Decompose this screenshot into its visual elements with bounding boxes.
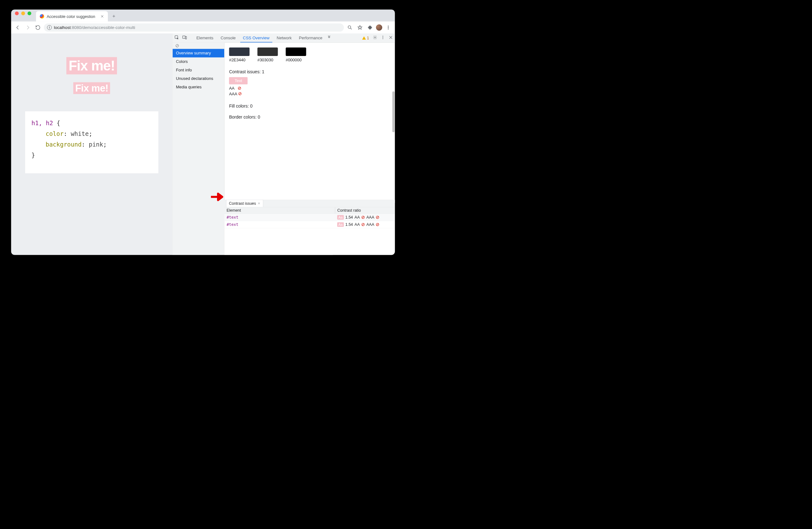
scrollbar[interactable]: [392, 91, 395, 132]
bookmark-star-icon[interactable]: [356, 23, 364, 31]
color-swatch[interactable]: #ABA800: [254, 43, 271, 43]
code-block: h1, h2 { color: white; background: pink;…: [25, 111, 158, 173]
device-toolbar-icon[interactable]: [182, 35, 187, 41]
css-overview-content: #FFFFFF #ABA800 #AD00A1 #4C566A #2E3440 …: [224, 43, 395, 200]
contrast-text-sample[interactable]: Text: [229, 77, 247, 85]
contrast-cell: Aa1.54AAAAA: [335, 221, 395, 228]
tab-performance[interactable]: Performance: [296, 34, 325, 42]
contrast-levels: AA AAA: [229, 86, 390, 97]
swatch-row: #2E3440 #303030 #000000: [229, 47, 390, 62]
browser-window: Accessible color suggestion i localhost:…: [11, 10, 395, 255]
devtools: Elements Console CSS Overview Network Pe…: [172, 34, 395, 255]
warnings-badge[interactable]: 1: [362, 36, 369, 40]
toolbar: i localhost:8080/demo/accessible-color-m…: [11, 22, 395, 34]
chrome-menu-icon[interactable]: [384, 23, 392, 31]
rendered-page: Fix me! Fix me! h1, h2 { color: white; b…: [11, 34, 172, 255]
svg-rect-3: [185, 37, 187, 39]
contrast-issues-table: Element Contrast ratio #textAa1.54AAAAA#…: [224, 207, 395, 228]
browser-tab[interactable]: Accessible color suggestion: [36, 11, 108, 22]
fail-icon: [376, 215, 379, 219]
color-swatch[interactable]: #000000: [286, 47, 306, 62]
site-info-icon[interactable]: i: [47, 25, 52, 30]
svg-point-7: [382, 38, 383, 39]
fail-icon: [361, 215, 365, 219]
svg-point-4: [375, 37, 376, 38]
tab-css-overview[interactable]: CSS Overview: [240, 34, 272, 42]
maximize-window[interactable]: [28, 12, 31, 15]
close-devtools-icon[interactable]: [389, 35, 393, 41]
devtools-tabs: Elements Console CSS Overview Network Pe…: [172, 34, 395, 43]
close-tab-icon[interactable]: [100, 14, 104, 18]
swatch-row: #FFFFFF #ABA800 #AD00A1 #4C566A: [229, 43, 390, 43]
color-swatch[interactable]: #AD00A1: [279, 43, 297, 43]
forward-button[interactable]: [24, 23, 32, 31]
minimize-window[interactable]: [21, 12, 25, 15]
color-swatch[interactable]: #FFFFFF: [229, 43, 246, 43]
element-cell: #text: [224, 214, 335, 221]
svg-rect-2: [183, 36, 185, 38]
tab-network[interactable]: Network: [274, 34, 295, 42]
sidebar-item-font-info[interactable]: Font info: [172, 66, 224, 74]
favicon-icon: [40, 14, 44, 18]
sidebar-item-media-queries[interactable]: Media queries: [172, 83, 224, 91]
svg-point-5: [382, 36, 383, 37]
element-cell: #text: [224, 221, 335, 228]
inspect-icon[interactable]: [174, 35, 179, 41]
sidebar-item-overview-summary[interactable]: Overview summary: [172, 49, 224, 58]
clear-overview-icon[interactable]: [172, 43, 224, 49]
devtools-drawer: Contrast issues Element Contrast ratio #…: [224, 200, 395, 255]
color-swatch[interactable]: #2E3440: [229, 47, 249, 62]
border-colors-title: Border colors: 0: [229, 114, 390, 119]
table-row[interactable]: #textAa1.54AAAAA: [224, 214, 395, 221]
svg-point-6: [382, 37, 383, 38]
zoom-icon[interactable]: [346, 23, 354, 31]
close-window[interactable]: [15, 12, 19, 15]
drawer-tab-contrast-issues[interactable]: Contrast issues: [226, 200, 263, 207]
url: localhost:8080/demo/accessible-color-mul…: [54, 25, 135, 30]
fail-icon: [238, 91, 242, 96]
sidebar-item-unused-declarations[interactable]: Unused declarations: [172, 74, 224, 83]
reload-button[interactable]: [34, 23, 42, 31]
sidebar-item-colors[interactable]: Colors: [172, 57, 224, 66]
color-swatch[interactable]: #303030: [257, 47, 278, 62]
fill-colors-title: Fill colors: 0: [229, 103, 390, 109]
color-sample-icon: Aa: [337, 223, 344, 227]
contrast-cell: Aa1.54AAAAA: [335, 214, 395, 221]
fail-icon: [376, 223, 379, 226]
tab-elements[interactable]: Elements: [193, 34, 216, 42]
extensions-icon[interactable]: [366, 23, 374, 31]
heading-h2: Fix me!: [73, 82, 110, 94]
fail-icon: [361, 223, 365, 226]
svg-point-0: [348, 26, 351, 29]
close-icon[interactable]: [258, 201, 260, 206]
more-tabs-icon[interactable]: [327, 35, 332, 41]
table-row[interactable]: #textAa1.54AAAAA: [224, 221, 395, 228]
devtools-menu-icon[interactable]: [381, 35, 385, 41]
window-controls: [15, 10, 31, 22]
profile-avatar[interactable]: [376, 24, 382, 30]
col-header-contrast-ratio[interactable]: Contrast ratio: [335, 207, 395, 214]
back-button[interactable]: [14, 23, 22, 31]
address-bar[interactable]: i localhost:8080/demo/accessible-color-m…: [44, 23, 344, 31]
contrast-issues-title: Contrast issues: 1: [229, 70, 390, 74]
color-swatch[interactable]: #4C566A: [305, 43, 322, 43]
tab-console[interactable]: Console: [218, 34, 239, 42]
color-sample-icon: Aa: [337, 215, 344, 219]
fail-icon: [238, 86, 241, 90]
heading-h1: Fix me!: [66, 57, 117, 74]
tab-strip: Accessible color suggestion: [11, 10, 395, 22]
annotation-arrow-icon: [210, 191, 224, 204]
col-header-element[interactable]: Element: [224, 207, 335, 214]
new-tab-button[interactable]: [109, 12, 119, 21]
settings-icon[interactable]: [373, 35, 377, 41]
css-overview-sidebar: Overview summary Colors Font info Unused…: [172, 43, 224, 255]
tab-title: Accessible color suggestion: [47, 14, 95, 19]
